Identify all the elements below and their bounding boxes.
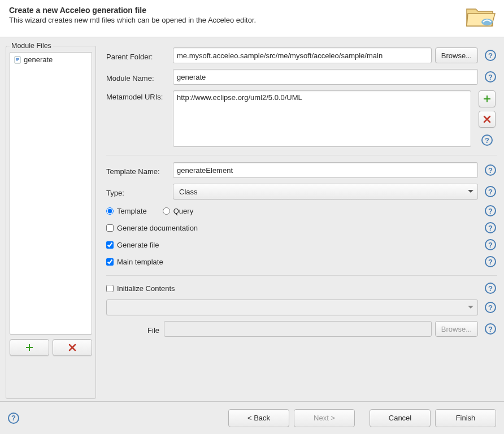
check-generate-documentation-label: Generate documentation (117, 224, 198, 232)
finish-button[interactable]: Finish (435, 409, 496, 427)
tree-item-label: generate (24, 55, 53, 64)
form-area: Parent Folder: Browse... ? Module Name: … (106, 42, 497, 399)
chevron-down-icon (468, 190, 473, 193)
svg-rect-2 (16, 58, 19, 59)
check-generate-file-input[interactable] (106, 241, 114, 249)
separator (106, 155, 497, 155)
radio-query-label: Query (173, 207, 193, 215)
help-icon[interactable]: ? (8, 413, 19, 424)
file-browse-button: Browse... (435, 321, 478, 337)
wizard-header: Create a new Acceleo generation file Thi… (0, 0, 504, 37)
remove-metamodel-button[interactable] (479, 111, 496, 128)
wizard-subtitle: This wizard creates new mtl files which … (9, 16, 495, 24)
help-icon[interactable]: ? (485, 323, 496, 335)
radio-template[interactable]: Template (106, 207, 147, 215)
module-name-label: Module Name: (106, 72, 173, 83)
radio-query[interactable]: Query (163, 207, 193, 215)
check-main-template[interactable]: Main template (106, 258, 163, 266)
plus-icon (483, 95, 491, 103)
help-icon[interactable]: ? (485, 239, 496, 250)
chevron-down-icon (468, 306, 473, 309)
x-icon (68, 344, 76, 351)
svg-rect-3 (16, 59, 19, 60)
module-files-legend: Module Files (10, 42, 53, 50)
metamodel-uris-label: Metamodel URIs: (106, 90, 173, 101)
help-icon[interactable]: ? (485, 186, 496, 197)
template-name-label: Template Name: (106, 165, 173, 176)
next-button: Next > (294, 409, 355, 427)
tree-item[interactable]: generate (12, 55, 89, 64)
metamodel-uris-list[interactable]: http://www.eclipse.org/uml2/5.0.0/UML (173, 90, 471, 147)
parent-folder-label: Parent Folder: (106, 50, 173, 61)
help-icon[interactable]: ? (485, 205, 496, 216)
check-main-template-label: Main template (117, 258, 163, 266)
radio-query-input[interactable] (163, 207, 170, 215)
svg-rect-8 (484, 98, 490, 99)
type-select-value: Class (179, 188, 198, 196)
svg-rect-4 (16, 60, 18, 61)
help-icon[interactable]: ? (485, 222, 496, 233)
file-input (164, 321, 432, 337)
check-generate-documentation[interactable]: Generate documentation (106, 224, 198, 232)
template-name-input[interactable] (173, 162, 478, 178)
help-icon[interactable]: ? (485, 71, 496, 83)
check-generate-file-label: Generate file (117, 241, 159, 249)
check-generate-file[interactable]: Generate file (106, 241, 159, 249)
add-module-button[interactable] (10, 339, 49, 356)
module-name-input[interactable] (173, 69, 478, 85)
module-files-tree[interactable]: generate (10, 52, 92, 335)
check-initialize-contents-input[interactable] (106, 285, 114, 292)
module-files-group: Module Files generate (6, 42, 96, 399)
add-metamodel-button[interactable] (479, 90, 496, 107)
help-icon[interactable]: ? (485, 256, 496, 267)
module-file-icon (14, 56, 21, 64)
cancel-button[interactable]: Cancel (370, 409, 431, 427)
wizard-banner-icon (464, 3, 496, 28)
check-initialize-contents-label: Initialize Contents (117, 284, 175, 293)
check-main-template-input[interactable] (106, 258, 114, 266)
help-icon[interactable]: ? (481, 134, 493, 146)
type-select[interactable]: Class (173, 184, 478, 199)
wizard-title: Create a new Acceleo generation file (9, 6, 495, 15)
help-icon[interactable]: ? (485, 50, 496, 61)
plus-icon (25, 344, 33, 351)
back-button[interactable]: < Back (228, 409, 289, 427)
type-label: Type: (106, 186, 173, 197)
help-icon[interactable]: ? (485, 164, 496, 176)
radio-template-input[interactable] (106, 207, 114, 215)
help-icon[interactable]: ? (485, 283, 496, 294)
wizard-footer: ? < Back Next > Cancel Finish (0, 401, 504, 434)
check-generate-documentation-input[interactable] (106, 224, 114, 232)
radio-template-label: Template (117, 207, 147, 215)
initialize-type-select[interactable] (106, 300, 478, 315)
parent-folder-input[interactable] (173, 47, 432, 63)
help-icon[interactable]: ? (485, 302, 496, 313)
remove-module-button[interactable] (53, 339, 92, 356)
x-icon (483, 115, 491, 123)
check-initialize-contents[interactable]: Initialize Contents (106, 284, 175, 293)
metamodel-uri-item[interactable]: http://www.eclipse.org/uml2/5.0.0/UML (177, 93, 467, 102)
file-label: File (106, 324, 164, 335)
svg-rect-6 (26, 347, 33, 348)
parent-folder-browse-button[interactable]: Browse... (435, 47, 478, 63)
separator (106, 275, 497, 276)
